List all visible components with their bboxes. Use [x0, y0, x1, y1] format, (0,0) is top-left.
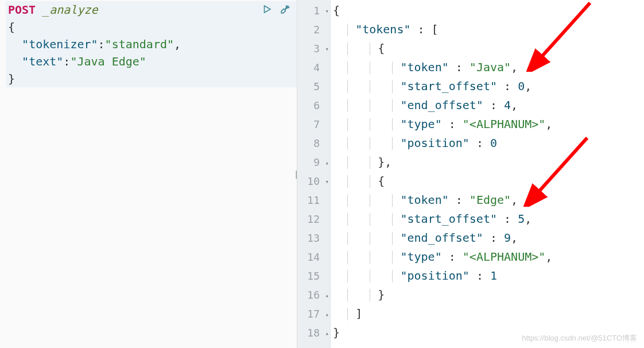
fold-icon[interactable]: ▴	[325, 153, 329, 172]
line-number: 7	[297, 115, 330, 134]
line-number: 2	[297, 20, 330, 39]
line-number: 17▴	[297, 304, 330, 323]
line-number: 6	[297, 96, 330, 115]
response-line: "end_offset" : 9,	[333, 229, 644, 248]
response-line: "position" : 1	[333, 266, 644, 285]
request-editor[interactable]: POST _analyze{ "tokenizer":"standard", "…	[0, 0, 297, 88]
line-number: 4	[297, 58, 330, 77]
run-icon[interactable]	[260, 2, 274, 16]
wrench-icon[interactable]	[278, 2, 292, 16]
response-viewer: { "tokens" : [ { "token" : "Java", "star…	[333, 1, 644, 342]
response-line: "tokens" : [	[333, 20, 644, 39]
line-number: 8	[297, 134, 330, 153]
line-number: 13	[297, 229, 330, 248]
response-line: "start_offset" : 0,	[333, 77, 644, 96]
fold-icon[interactable]: ▴	[325, 285, 329, 304]
line-number: 12	[297, 210, 330, 229]
line-number: 16▴	[297, 285, 330, 304]
line-gutter: 1▾23▾456789▴10▾111213141516▴17▴18▴	[297, 0, 331, 348]
fold-icon[interactable]: ▾	[325, 172, 329, 191]
line-number: 9▴	[297, 153, 330, 172]
watermark: https://blog.csdn.net/@51CTO博客	[522, 333, 637, 343]
line-number: 14	[297, 248, 330, 266]
fold-icon[interactable]: ▴	[325, 323, 329, 342]
response-line: "position" : 0	[333, 134, 644, 153]
response-line: "start_offset" : 5,	[333, 210, 644, 229]
line-number: 15	[297, 266, 330, 285]
line-number: 3▾	[297, 39, 330, 58]
response-line: {	[333, 172, 644, 191]
line-number: 10▾	[297, 172, 330, 191]
response-panel: || 1▾23▾456789▴10▾111213141516▴17▴18▴ { …	[297, 0, 644, 348]
line-number: 18▴	[297, 323, 330, 342]
response-line: {	[333, 39, 644, 58]
response-line: "token" : "Edge",	[333, 191, 644, 210]
response-line: {	[333, 1, 644, 20]
request-panel: POST _analyze{ "tokenizer":"standard", "…	[0, 0, 297, 348]
response-line: "end_offset" : 4,	[333, 96, 644, 115]
fold-icon[interactable]: ▴	[325, 304, 329, 323]
line-number: 11	[297, 191, 330, 210]
response-line: "type" : "<ALPHANUM>",	[333, 115, 644, 134]
svg-marker-0	[265, 6, 271, 13]
response-line: "token" : "Java",	[333, 58, 644, 77]
response-line: ]	[333, 304, 644, 323]
response-line: }	[333, 285, 644, 304]
line-number: 1▾	[297, 1, 330, 20]
fold-icon[interactable]: ▾	[325, 39, 329, 58]
fold-icon[interactable]: ▾	[325, 1, 329, 20]
line-number: 5	[297, 77, 330, 96]
response-line: },	[333, 153, 644, 172]
response-line: "type" : "<ALPHANUM>",	[333, 248, 644, 266]
